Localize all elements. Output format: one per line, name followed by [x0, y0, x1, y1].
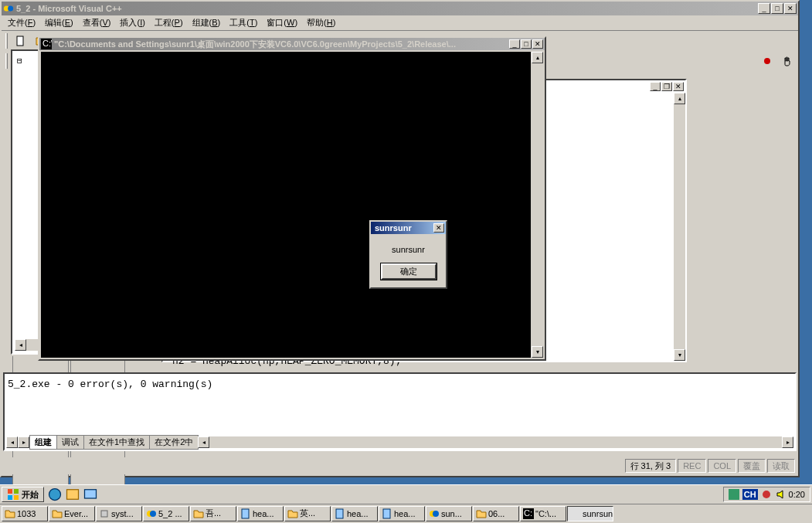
- ok-button[interactable]: 确定: [381, 263, 437, 280]
- quick-launch: [47, 487, 98, 502]
- app-icon: [3, 3, 14, 14]
- indicator-col: COL: [708, 459, 736, 473]
- new-file-icon[interactable]: [12, 32, 29, 49]
- task-button[interactable]: C:"C:\...: [520, 506, 566, 521]
- console-title-text: "C:\Documents and Settings\sunr1\桌面\win2…: [54, 39, 509, 50]
- msgbox-close-button[interactable]: ✕: [433, 223, 444, 233]
- task-button[interactable]: Ever...: [49, 506, 95, 521]
- task-button[interactable]: 吾...: [190, 506, 236, 521]
- tab-find1[interactable]: 在文件1中查找: [83, 435, 150, 450]
- status-bar: 行 31, 列 3 REC COL 覆盖 读取: [3, 457, 797, 474]
- tray-icon[interactable]: [761, 489, 772, 500]
- menu-f[interactable]: 文件(F): [3, 15, 40, 30]
- scroll-down-icon[interactable]: ▾: [532, 346, 543, 358]
- task-button[interactable]: 06...: [473, 506, 519, 521]
- menu-bar: 文件(F)编辑(E)查看(V)插入(I)工程(P)组建(B)工具(T)窗口(W)…: [2, 15, 798, 31]
- menu-t[interactable]: 工具(T): [225, 15, 262, 30]
- task-icon: [52, 508, 63, 519]
- maximize-button[interactable]: □: [771, 3, 783, 14]
- system-tray: CH 0:20: [723, 487, 810, 502]
- msgbox-title: sunrsunr: [372, 223, 433, 233]
- task-icon: [382, 508, 392, 519]
- console-window: C:\ "C:\Documents and Settings\sunr1\桌面\…: [38, 36, 546, 361]
- svg-rect-8: [8, 495, 12, 500]
- task-buttons: 1033Ever...syst...5_2 ...吾...hea...英...h…: [0, 504, 812, 522]
- task-button[interactable]: 1033: [2, 506, 48, 521]
- svg-point-10: [49, 489, 61, 501]
- svg-rect-6: [8, 489, 12, 494]
- scroll-right-icon[interactable]: ▸: [782, 436, 793, 448]
- console-scrollbar[interactable]: ▴ ▾: [532, 52, 543, 358]
- task-button[interactable]: 5_2 ...: [143, 506, 189, 521]
- svg-rect-7: [14, 489, 19, 494]
- task-icon: C:: [523, 508, 534, 519]
- task-button[interactable]: hea...: [237, 506, 284, 521]
- mdi-restore-button[interactable]: ❐: [661, 82, 672, 91]
- task-icon: [5, 508, 15, 519]
- task-button[interactable]: hea...: [331, 506, 378, 521]
- message-box: sunrsunr ✕ sunrsunr 确定: [369, 220, 447, 289]
- scroll-up-icon[interactable]: ▴: [674, 93, 685, 104]
- svg-text:C:: C:: [524, 508, 532, 518]
- console-minimize-button[interactable]: _: [509, 39, 520, 49]
- svg-rect-18: [242, 509, 249, 518]
- minimize-button[interactable]: _: [758, 3, 770, 14]
- ime-indicator[interactable]: CH: [742, 489, 758, 500]
- menu-h[interactable]: 帮助(H): [302, 15, 340, 30]
- ie-icon[interactable]: [47, 487, 63, 502]
- console-title-bar[interactable]: C:\ "C:\Documents and Settings\sunr1\桌面\…: [39, 38, 545, 50]
- menu-p[interactable]: 工程(P): [150, 15, 188, 30]
- console-body[interactable]: [41, 52, 531, 358]
- console-close-button[interactable]: ✕: [532, 39, 543, 49]
- tab-scroll-left-icon[interactable]: ◂: [6, 436, 18, 448]
- tab-debug[interactable]: 调试: [56, 435, 84, 450]
- toolbar-handle[interactable]: [5, 53, 8, 69]
- hand-icon[interactable]: [779, 53, 796, 70]
- task-icon: [476, 508, 487, 519]
- task-button[interactable]: sunrsunr: [567, 506, 613, 521]
- scrollbar-v[interactable]: ▴ ▾: [674, 93, 685, 361]
- menu-e[interactable]: 编辑(E): [40, 15, 78, 30]
- svg-rect-9: [14, 495, 19, 500]
- outlook-icon[interactable]: [65, 487, 80, 502]
- desktop-icon[interactable]: [83, 487, 98, 502]
- console-maximize-button[interactable]: □: [521, 39, 532, 49]
- scroll-left-icon[interactable]: ◂: [15, 339, 26, 351]
- mdi-minimize-button[interactable]: _: [650, 82, 661, 91]
- msgbox-title-bar[interactable]: sunrsunr ✕: [371, 222, 446, 234]
- tab-find2[interactable]: 在文件2中: [149, 435, 199, 450]
- cmd-icon: C:\: [41, 39, 52, 49]
- build-output[interactable]: 5_2.exe - 0 error(s), 0 warning(s): [5, 374, 795, 395]
- start-button[interactable]: 开始: [2, 487, 44, 502]
- output-pane: 5_2.exe - 0 error(s), 0 warning(s) ◂ ▸ 组…: [3, 372, 797, 451]
- menu-v[interactable]: 查看(V): [78, 15, 116, 30]
- svg-point-1: [8, 6, 13, 12]
- close-button[interactable]: ✕: [784, 3, 797, 14]
- task-icon: [429, 508, 440, 519]
- tab-build[interactable]: 组建: [29, 435, 57, 450]
- task-icon: [193, 508, 204, 519]
- task-button[interactable]: syst...: [96, 506, 142, 521]
- mdi-close-button[interactable]: ✕: [673, 82, 684, 91]
- svg-point-22: [433, 511, 439, 517]
- breakpoint-icon[interactable]: [759, 53, 776, 70]
- task-icon: [99, 508, 110, 519]
- volume-icon[interactable]: [775, 489, 786, 500]
- svg-rect-15: [101, 511, 107, 517]
- clock[interactable]: 0:20: [789, 490, 805, 499]
- toolbar-handle[interactable]: [5, 33, 8, 49]
- task-button[interactable]: hea...: [379, 506, 425, 521]
- menu-w[interactable]: 窗口(W): [262, 15, 302, 30]
- task-button[interactable]: 英...: [284, 506, 331, 521]
- svg-point-14: [763, 491, 770, 498]
- tab-scroll-right-icon[interactable]: ▸: [18, 436, 29, 448]
- scroll-up-icon[interactable]: ▴: [532, 52, 543, 63]
- menu-b[interactable]: 组建(B): [188, 15, 226, 30]
- title-bar[interactable]: 5_2 - Microsoft Visual C++ _ □ ✕: [2, 2, 798, 15]
- task-button[interactable]: sun...: [426, 506, 472, 521]
- scroll-left-icon[interactable]: ◂: [198, 436, 209, 448]
- task-icon: [287, 508, 298, 519]
- menu-i[interactable]: 插入(I): [115, 15, 149, 30]
- tray-icon[interactable]: [729, 489, 739, 500]
- cursor-position: 行 31, 列 3: [625, 459, 677, 473]
